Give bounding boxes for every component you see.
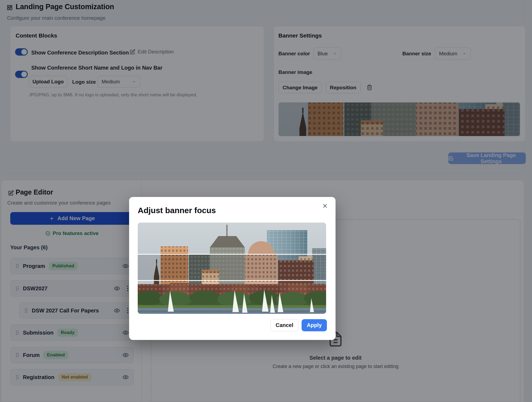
adjust-banner-focus-modal: Adjust banner focus Cancel Apply — [129, 197, 336, 340]
crop-image — [138, 223, 326, 314]
cancel-button[interactable]: Cancel — [270, 319, 299, 331]
landing-page-customization-screen: Landing Page Customization Configure you… — [0, 0, 532, 402]
modal-title: Adjust banner focus — [138, 206, 216, 215]
crop-focus-band[interactable] — [138, 254, 326, 281]
apply-button[interactable]: Apply — [302, 319, 327, 331]
close-icon[interactable] — [321, 202, 329, 210]
